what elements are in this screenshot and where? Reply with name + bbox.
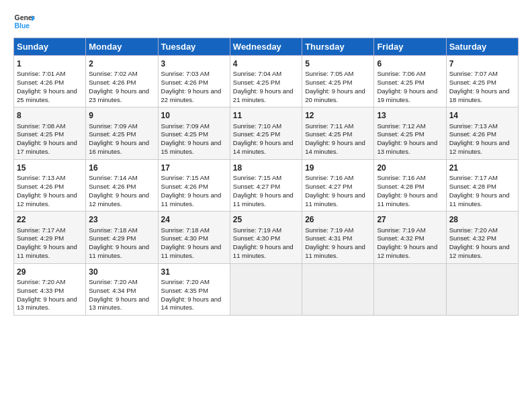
calendar-cell: 11Sunrise: 7:10 AMSunset: 4:25 PMDayligh… [230,107,302,159]
daylight-text: Daylight: 9 hours and 19 minutes. [377,87,437,103]
calendar-cell: 31Sunrise: 7:20 AMSunset: 4:35 PMDayligh… [158,263,230,315]
daylight-text: Daylight: 9 hours and 11 minutes. [305,243,365,259]
sunrise-text: Sunrise: 7:11 AM [305,122,353,130]
daylight-text: Daylight: 9 hours and 11 minutes. [233,191,294,208]
calendar-week-row: 1Sunrise: 7:01 AMSunset: 4:26 PMDaylight… [14,56,519,107]
sunset-text: Sunset: 4:25 PM [89,130,136,138]
day-number: 16 [89,163,154,173]
calendar-cell: 27Sunrise: 7:19 AMSunset: 4:32 PMDayligh… [374,212,446,263]
day-number: 31 [161,267,227,277]
calendar-cell: 4Sunrise: 7:04 AMSunset: 4:25 PMDaylight… [230,56,302,107]
sunset-text: Sunset: 4:32 PM [449,234,496,242]
calendar-cell: 6Sunrise: 7:06 AMSunset: 4:25 PMDaylight… [374,56,446,107]
calendar-cell: 1Sunrise: 7:01 AMSunset: 4:26 PMDaylight… [14,56,86,107]
day-number: 15 [17,163,83,173]
sunrise-text: Sunrise: 7:03 AM [161,70,210,77]
sunset-text: Sunset: 4:34 PM [89,287,136,294]
calendar-week-row: 8Sunrise: 7:08 AMSunset: 4:25 PMDaylight… [14,107,519,159]
calendar-cell: 8Sunrise: 7:08 AMSunset: 4:25 PMDaylight… [14,107,86,159]
sunrise-text: Sunrise: 7:19 AM [305,226,353,234]
weekday-header-friday: Friday [374,38,446,56]
day-number: 9 [89,110,154,121]
sunrise-text: Sunrise: 7:20 AM [17,278,65,285]
daylight-text: Daylight: 9 hours and 12 minutes. [89,191,149,208]
sunrise-text: Sunrise: 7:18 AM [89,226,137,234]
sunset-text: Sunset: 4:28 PM [449,183,496,190]
sunset-text: Sunset: 4:25 PM [449,79,496,86]
sunset-text: Sunset: 4:26 PM [161,79,208,86]
calendar-cell: 16Sunrise: 7:14 AMSunset: 4:26 PMDayligh… [86,159,158,211]
daylight-text: Daylight: 9 hours and 12 minutes. [377,243,437,259]
weekday-header-saturday: Saturday [446,38,518,56]
sunset-text: Sunset: 4:29 PM [89,234,136,242]
calendar-cell: 21Sunrise: 7:17 AMSunset: 4:28 PMDayligh… [446,159,518,211]
calendar-week-row: 15Sunrise: 7:13 AMSunset: 4:26 PMDayligh… [14,159,519,211]
calendar-cell: 19Sunrise: 7:16 AMSunset: 4:27 PMDayligh… [302,159,374,211]
calendar-table: SundayMondayTuesdayWednesdayThursdayFrid… [13,38,519,316]
weekday-header-monday: Monday [86,38,158,56]
calendar-cell: 26Sunrise: 7:19 AMSunset: 4:31 PMDayligh… [302,212,374,263]
sunrise-text: Sunrise: 7:20 AM [89,278,137,285]
day-number: 29 [17,267,83,277]
daylight-text: Daylight: 9 hours and 18 minutes. [449,87,510,103]
sunset-text: Sunset: 4:25 PM [305,79,352,86]
sunrise-text: Sunrise: 7:12 AM [377,122,425,130]
header: General Blue [13,11,519,32]
calendar-cell: 5Sunrise: 7:05 AMSunset: 4:25 PMDaylight… [302,56,374,107]
calendar-cell: 23Sunrise: 7:18 AMSunset: 4:29 PMDayligh… [86,212,158,263]
sunset-text: Sunset: 4:25 PM [377,130,424,138]
weekday-header-wednesday: Wednesday [230,38,302,56]
calendar-cell: 22Sunrise: 7:17 AMSunset: 4:29 PMDayligh… [14,212,86,263]
day-number: 4 [233,58,299,69]
sunset-text: Sunset: 4:26 PM [89,183,136,190]
calendar-cell: 7Sunrise: 7:07 AMSunset: 4:25 PMDaylight… [446,56,518,107]
daylight-text: Daylight: 9 hours and 11 minutes. [233,243,294,259]
daylight-text: Daylight: 9 hours and 14 minutes. [305,139,365,155]
calendar-cell: 28Sunrise: 7:20 AMSunset: 4:32 PMDayligh… [446,212,518,263]
sunrise-text: Sunrise: 7:16 AM [305,174,353,181]
sunrise-text: Sunrise: 7:10 AM [233,122,281,130]
daylight-text: Daylight: 9 hours and 11 minutes. [377,191,437,208]
calendar-cell: 3Sunrise: 7:03 AMSunset: 4:26 PMDaylight… [158,56,230,107]
sunset-text: Sunset: 4:35 PM [161,287,208,294]
svg-text:Blue: Blue [15,22,30,30]
sunrise-text: Sunrise: 7:07 AM [449,70,498,77]
logo: General Blue [13,11,35,32]
calendar-cell: 15Sunrise: 7:13 AMSunset: 4:26 PMDayligh… [14,159,86,211]
sunrise-text: Sunrise: 7:02 AM [89,70,137,77]
day-number: 8 [17,110,83,121]
weekday-header-sunday: Sunday [14,38,86,56]
sunrise-text: Sunrise: 7:04 AM [233,70,281,77]
day-number: 1 [17,58,83,69]
daylight-text: Daylight: 9 hours and 12 minutes. [449,139,510,155]
sunset-text: Sunset: 4:33 PM [17,287,64,294]
calendar-cell: 29Sunrise: 7:20 AMSunset: 4:33 PMDayligh… [14,263,86,315]
weekday-header-tuesday: Tuesday [158,38,230,56]
sunset-text: Sunset: 4:30 PM [233,234,280,242]
sunrise-text: Sunrise: 7:06 AM [377,70,425,77]
day-number: 27 [377,214,443,225]
calendar-cell: 2Sunrise: 7:02 AMSunset: 4:26 PMDaylight… [86,56,158,107]
logo-icon: General Blue [13,11,35,32]
calendar-cell: 14Sunrise: 7:13 AMSunset: 4:26 PMDayligh… [446,107,518,159]
day-number: 19 [305,163,371,173]
day-number: 25 [233,214,299,225]
sunrise-text: Sunrise: 7:05 AM [305,70,353,77]
day-number: 14 [449,110,515,121]
daylight-text: Daylight: 9 hours and 12 minutes. [449,243,510,259]
day-number: 2 [89,58,154,69]
calendar-cell: 10Sunrise: 7:09 AMSunset: 4:25 PMDayligh… [158,107,230,159]
sunrise-text: Sunrise: 7:13 AM [17,174,65,181]
day-number: 22 [17,214,83,225]
calendar-cell [446,263,518,315]
daylight-text: Daylight: 9 hours and 11 minutes. [17,243,77,259]
sunset-text: Sunset: 4:25 PM [233,79,280,86]
daylight-text: Daylight: 9 hours and 13 minutes. [89,295,149,312]
sunrise-text: Sunrise: 7:17 AM [17,226,65,234]
sunrise-text: Sunrise: 7:09 AM [161,122,210,130]
weekday-header-row: SundayMondayTuesdayWednesdayThursdayFrid… [14,38,519,56]
daylight-text: Daylight: 9 hours and 22 minutes. [161,87,222,103]
sunrise-text: Sunrise: 7:09 AM [89,122,137,130]
daylight-text: Daylight: 9 hours and 11 minutes. [161,243,222,259]
daylight-text: Daylight: 9 hours and 11 minutes. [449,191,510,208]
